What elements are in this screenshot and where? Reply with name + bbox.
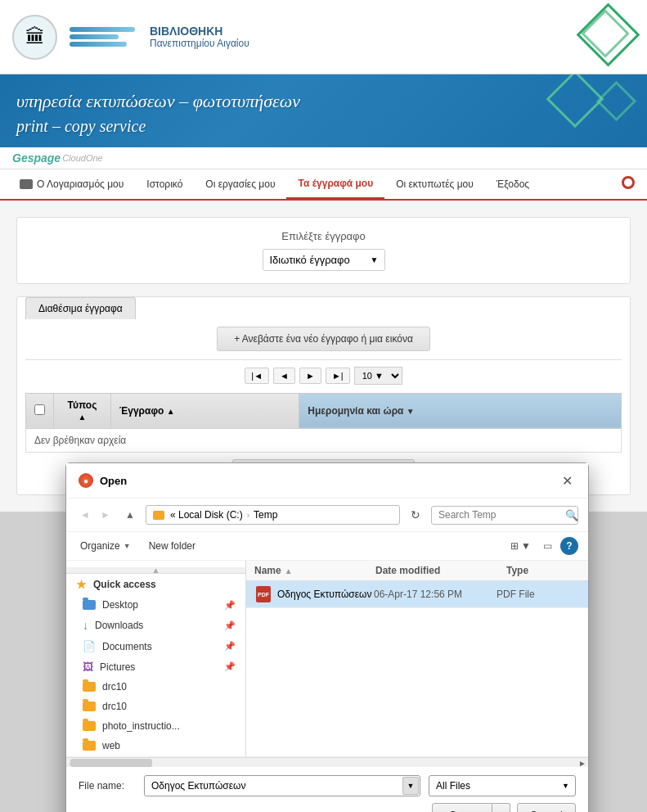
- upload-button[interactable]: + Ανεβάστε ένα νέο έγγραφο ή μια εικόνα: [217, 327, 430, 351]
- dialog-titlebar: ● Open ✕: [66, 463, 588, 498]
- desktop-label: Desktop: [102, 599, 138, 611]
- search-icon[interactable]: 🔍: [565, 509, 578, 521]
- filename-input[interactable]: [144, 775, 420, 796]
- settings-icon[interactable]: [622, 176, 635, 189]
- sidebar-item-downloads[interactable]: ↓ Downloads 📌: [66, 615, 245, 636]
- per-page-select[interactable]: 10 ▼: [354, 367, 402, 385]
- file-name: Οδηγος Εκτυπώσεων: [277, 589, 374, 600]
- col-type-header: Τύπος ▲: [54, 393, 111, 428]
- toolbar-right: ⊞ ▼ ▭ ?: [506, 537, 578, 555]
- col-name-header[interactable]: Name ▲: [254, 565, 375, 576]
- sidebar-item-documents[interactable]: 📄 Documents 📌: [66, 636, 245, 656]
- col-date-header[interactable]: Ημερομηνία και ώρα ▼: [299, 393, 622, 428]
- web-folder-icon: [83, 741, 96, 751]
- prev-page-btn[interactable]: ◄: [273, 368, 295, 384]
- address-bar: ◄ ► ▲ « Local Disk (C:) › Temp ↻ 🔍: [66, 498, 588, 532]
- nav-item-account[interactable]: Ο Λογαριασμός μου: [8, 170, 135, 198]
- banner: υπηρεσία εκτυπώσεων – φωτοτυπήσεων print…: [0, 74, 647, 147]
- open-button[interactable]: Open: [432, 803, 492, 812]
- documents-pin-icon: 📌: [224, 641, 236, 652]
- folder-icon: [153, 511, 164, 520]
- chrome-icon: ●: [79, 473, 93, 488]
- nav-item-printers[interactable]: Οι εκτυπωτές μου: [384, 170, 485, 198]
- nav-item-docs[interactable]: Τα έγγραφά μου: [286, 169, 384, 199]
- scroll-up-arrow: ▲: [152, 566, 160, 575]
- sidebar-item-pictures[interactable]: 🖼 Pictures 📌: [66, 656, 245, 677]
- filetype-select-wrapper: All Files: [429, 775, 576, 796]
- hscroll-right-arrow[interactable]: ►: [577, 758, 588, 768]
- first-page-btn[interactable]: |◄: [245, 368, 269, 384]
- gespage-logo: Gespage: [12, 151, 61, 165]
- drc10-1-label: drc10: [102, 681, 127, 692]
- sidebar-item-photo[interactable]: photo_instructio...: [66, 716, 245, 736]
- filename-dropdown-button[interactable]: ▼: [402, 777, 419, 795]
- view-toggle-button[interactable]: ⊞ ▼: [506, 538, 535, 554]
- seal-icon: 🏛: [25, 25, 45, 48]
- document-type-select[interactable]: Ιδιωτικό έγγραφο: [263, 249, 385, 271]
- preview-button[interactable]: ▭: [539, 538, 556, 554]
- last-page-btn[interactable]: ►|: [326, 368, 350, 384]
- select-all-checkbox[interactable]: [34, 404, 45, 415]
- organize-label: Organize: [80, 540, 120, 552]
- open-dialog: ● Open ✕ ◄ ► ▲ « Local Disk (C:) › Temp …: [65, 462, 589, 812]
- nav-label-printers: Οι εκτυπωτές μου: [396, 178, 474, 190]
- select-section: Επιλέξτε έγγραφο Ιδιωτικό έγγραφο: [16, 217, 631, 284]
- organize-button[interactable]: Organize ▼: [76, 538, 135, 554]
- sidebar-item-drc10-1[interactable]: drc10: [66, 677, 245, 697]
- name-sort-arrow: ▲: [285, 566, 293, 575]
- pictures-pin-icon: 📌: [224, 661, 236, 672]
- docs-tab[interactable]: Διαθέσιμα έγγραφα: [25, 297, 136, 319]
- photo-label: photo_instructio...: [102, 720, 180, 732]
- sidebar-item-drc10-2[interactable]: drc10: [66, 697, 245, 716]
- file-row[interactable]: PDF Οδηγος Εκτυπώσεων 06-Apr-17 12:56 PM…: [246, 581, 588, 608]
- file-browser: ▲ ★ Quick access Desktop 📌 ↓ Downloads 📌: [66, 561, 588, 757]
- web-label: web: [102, 740, 120, 751]
- open-dropdown-button[interactable]: ▼: [492, 803, 510, 812]
- nav-item-logout[interactable]: Έξοδος: [485, 170, 541, 198]
- breadcrumb-folder: Temp: [254, 509, 277, 521]
- refresh-button[interactable]: ↻: [407, 506, 425, 524]
- quick-access-icon: ★: [76, 578, 87, 591]
- university-name: ΒΙΒΛΙΟΘΗΚΗ: [150, 25, 249, 38]
- next-page-btn[interactable]: ►: [299, 368, 321, 384]
- no-files-msg: Δεν βρέθηκαν αρχεία: [26, 428, 622, 452]
- sidebar-item-web[interactable]: web: [66, 736, 245, 756]
- nav-bar: Ο Λογαριασμός μου Ιστορικό Οι εργασίες μ…: [0, 169, 647, 201]
- breadcrumb[interactable]: « Local Disk (C:) › Temp: [146, 505, 400, 525]
- nav-label-account: Ο Λογαριασμός μου: [37, 178, 124, 190]
- downloads-pin-icon: 📌: [224, 620, 236, 631]
- drc10-2-label: drc10: [102, 701, 127, 712]
- hscroll-bar[interactable]: ◄ ►: [66, 757, 588, 767]
- new-folder-label: New folder: [149, 540, 195, 552]
- back-button[interactable]: ◄: [76, 506, 94, 524]
- sidebar-section-quick: ★ Quick access Desktop 📌 ↓ Downloads 📌 📄…: [66, 574, 245, 756]
- documents-label: Documents: [102, 641, 152, 652]
- file-type: PDF File: [496, 589, 578, 600]
- col-doc-header[interactable]: Έγγραφο ▲: [111, 393, 299, 428]
- cancel-button[interactable]: Cancel: [517, 803, 576, 812]
- filetype-select[interactable]: All Files: [429, 775, 576, 796]
- dialog-title: Open: [100, 475, 551, 487]
- new-folder-button[interactable]: New folder: [145, 538, 200, 554]
- quick-access-label: Quick access: [93, 579, 156, 590]
- file-list: Name ▲ Date modified Type PDF Οδηγος Εκτ…: [246, 561, 588, 756]
- up-button[interactable]: ▲: [121, 506, 139, 524]
- pictures-label: Pictures: [100, 661, 135, 673]
- help-button[interactable]: ?: [560, 537, 578, 555]
- desktop-folder-icon: [83, 600, 96, 610]
- forward-button[interactable]: ►: [97, 506, 115, 524]
- open-btn-group: Open ▼: [432, 803, 510, 812]
- action-row: Open ▼ Cancel: [79, 803, 576, 812]
- nav-item-history[interactable]: Ιστορικό: [135, 170, 194, 198]
- downloads-label: Downloads: [95, 620, 143, 631]
- printer-icon: [20, 179, 33, 189]
- hscroll-thumb[interactable]: [70, 759, 152, 767]
- filename-label: File name:: [79, 780, 136, 792]
- sidebar-item-desktop[interactable]: Desktop 📌: [66, 595, 245, 615]
- search-bar: 🔍: [431, 506, 578, 525]
- nav-item-jobs[interactable]: Οι εργασίες μου: [194, 170, 286, 198]
- documents-icon: 📄: [83, 640, 96, 652]
- search-input[interactable]: [438, 509, 561, 521]
- dialog-close-button[interactable]: ✕: [558, 471, 576, 489]
- university-seal: 🏛: [12, 15, 57, 60]
